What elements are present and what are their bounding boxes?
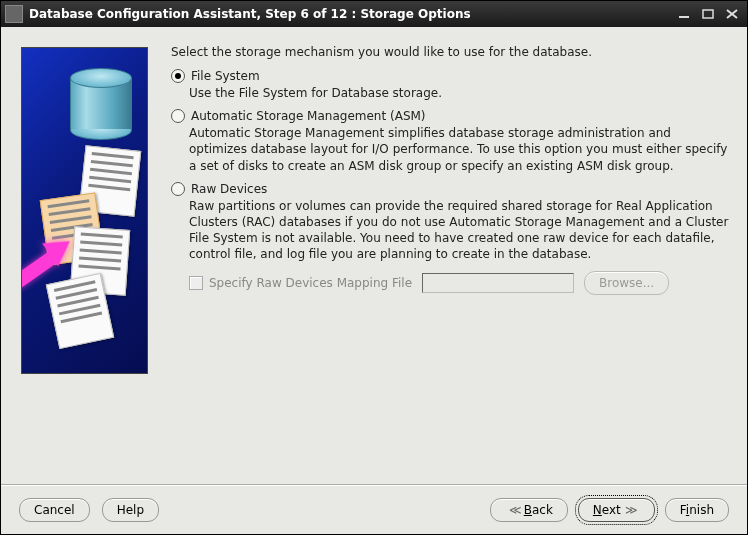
checkbox-specify-mapping[interactable]: [189, 276, 203, 290]
finish-button[interactable]: Finish: [665, 498, 729, 522]
next-label: Next: [593, 503, 621, 517]
radio-asm[interactable]: [171, 109, 185, 123]
option-desc-asm: Automatic Storage Management simplifies …: [189, 125, 729, 174]
chevron-right-icon: ≫: [625, 503, 636, 517]
option-title-filesystem[interactable]: File System: [191, 69, 260, 83]
option-title-asm[interactable]: Automatic Storage Management (ASM): [191, 109, 426, 123]
window: Database Configuration Assistant, Step 6…: [0, 0, 748, 535]
window-title: Database Configuration Assistant, Step 6…: [29, 7, 671, 21]
chevron-left-icon: ≪: [509, 503, 520, 517]
option-asm: Automatic Storage Management (ASM) Autom…: [171, 109, 729, 174]
maximize-button[interactable]: [697, 5, 719, 23]
radio-filesystem[interactable]: [171, 69, 185, 83]
raw-mapping-row: Specify Raw Devices Mapping File Browse.…: [189, 271, 729, 295]
intro-text: Select the storage mechanism you would l…: [171, 45, 729, 59]
next-button[interactable]: Next ≫: [578, 498, 655, 522]
content-area: Select the storage mechanism you would l…: [1, 27, 747, 484]
app-icon: [5, 5, 23, 23]
wizard-graphic: [21, 47, 148, 374]
help-button[interactable]: Help: [102, 498, 159, 522]
label-specify-mapping: Specify Raw Devices Mapping File: [209, 276, 412, 290]
minimize-button[interactable]: [673, 5, 695, 23]
cancel-button[interactable]: Cancel: [19, 498, 90, 522]
radio-raw[interactable]: [171, 182, 185, 196]
finish-label: Finish: [680, 503, 714, 517]
titlebar: Database Configuration Assistant, Step 6…: [1, 1, 747, 27]
wizard-footer: Cancel Help ≪ Back Next ≫ Finish: [1, 484, 747, 534]
main-panel: Select the storage mechanism you would l…: [161, 27, 747, 484]
back-label: Back: [524, 503, 553, 517]
database-cylinder-icon: [70, 68, 130, 138]
back-button[interactable]: ≪ Back: [490, 498, 568, 522]
option-filesystem: File System Use the File System for Data…: [171, 69, 729, 101]
input-mapping-file[interactable]: [422, 273, 574, 293]
close-button[interactable]: [721, 5, 743, 23]
option-desc-raw: Raw partitions or volumes can provide th…: [189, 198, 729, 263]
wizard-sidebar: [1, 27, 161, 484]
option-title-raw[interactable]: Raw Devices: [191, 182, 267, 196]
option-desc-filesystem: Use the File System for Database storage…: [189, 85, 729, 101]
option-raw: Raw Devices Raw partitions or volumes ca…: [171, 182, 729, 295]
svg-rect-1: [703, 10, 713, 18]
browse-button[interactable]: Browse...: [584, 271, 669, 295]
